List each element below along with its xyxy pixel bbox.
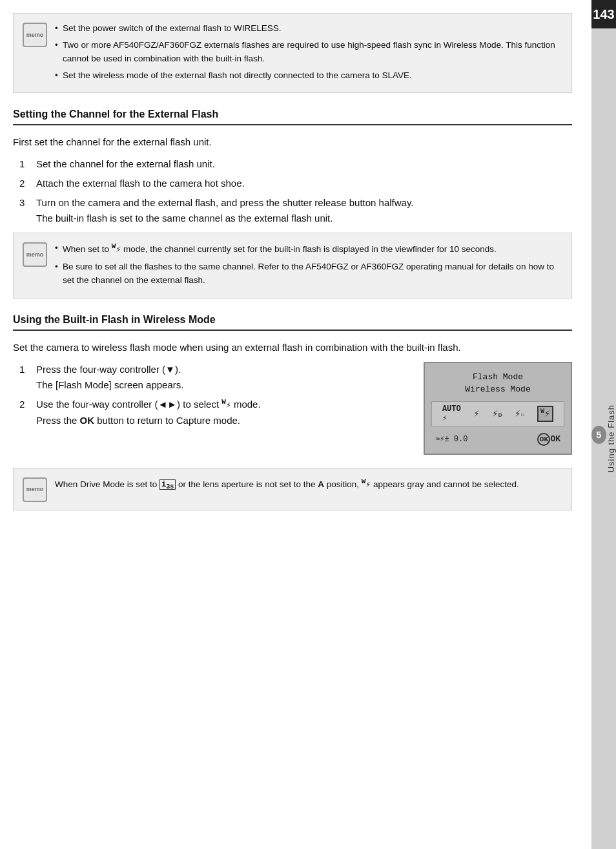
page-container: memo Set the power switch of the externa… (0, 0, 616, 849)
memo-box-3: memo When Drive Mode is set to i3s or th… (13, 468, 572, 510)
step-1-3: 3 Turn on the camera and the external fl… (19, 195, 572, 226)
step-1-2: 2 Attach the external flash to the camer… (19, 176, 572, 191)
memo-text-2: When set to W⚡ mode, the channel current… (55, 241, 562, 289)
memo-text-3: When Drive Mode is set to i3s or the len… (55, 476, 519, 493)
flash-icon-slow: ⚡◎ (492, 408, 502, 420)
memo-bullet-1-3: Set the wireless mode of the external fl… (55, 68, 562, 83)
section1-intro: First set the channel for the external f… (13, 134, 572, 150)
flash-icon-redeye: ⚡○ (515, 408, 524, 420)
ok-circle-icon: OK (537, 433, 550, 446)
memo-icon-3: memo (23, 477, 47, 502)
section1-divider (13, 124, 572, 125)
flash-bottom-value: ≈⚡± 0.0 (435, 434, 467, 444)
flash-icon-normal: ⚡ (474, 408, 480, 420)
side-label-container: 5 Using the Flash (591, 28, 616, 849)
step-2-1: 1 Press the four-way controller (▼). The… (19, 362, 411, 393)
ok-label: OK (80, 415, 95, 426)
flash-icon-wireless: W⚡ (537, 406, 553, 422)
side-label: Using the Flash (606, 404, 616, 472)
memo-box-2: memo When set to W⚡ mode, the channel cu… (13, 233, 572, 298)
chapter-number-circle: 5 (591, 426, 606, 444)
drive-mode-icon: i3s (159, 479, 176, 490)
section2-steps: 1 Press the four-way controller (▼). The… (13, 362, 411, 435)
main-content: memo Set the power switch of the externa… (0, 0, 591, 849)
flash-ok-button: OKOK (537, 433, 560, 446)
step-1-1: 1 Set the channel for the external flash… (19, 156, 572, 172)
memo-icon-1: memo (23, 23, 47, 47)
memo-bullet-2-1: When set to W⚡ mode, the channel current… (55, 241, 562, 257)
w-icon-inline-2: W (221, 398, 226, 406)
page-number: 143 (591, 0, 616, 28)
section2-intro: Set the camera to wireless flash mode wh… (13, 340, 572, 355)
flash-icons-row: AUTO⚡ ⚡ ⚡◎ ⚡○ W⚡ (431, 401, 564, 426)
flash-screen-container: Flash Mode Wireless Mode AUTO⚡ ⚡ ⚡◎ ⚡○ W… (424, 362, 572, 455)
aperture-a-label: A (318, 479, 324, 488)
section2-two-col: 1 Press the four-way controller (▼). The… (13, 362, 572, 455)
flash-bottom-row: ≈⚡± 0.0 OKOK (431, 432, 564, 447)
section1-steps: 1 Set the channel for the external flash… (19, 156, 572, 226)
side-tab: 143 5 Using the Flash (591, 0, 616, 849)
memo-icon-2: memo (23, 242, 47, 267)
step-2-2: 2 Use the four-way controller (◄►) to se… (19, 397, 411, 428)
memo-box-1: memo Set the power switch of the externa… (13, 13, 572, 93)
section2-heading: Using the Built-in Flash in Wireless Mod… (13, 314, 572, 326)
flash-icon-auto: AUTO⚡ (442, 404, 461, 423)
memo-bullet-1-1: Set the power switch of the external fla… (55, 21, 562, 36)
memo-text-1: Set the power switch of the external fla… (55, 21, 562, 85)
flash-screen: Flash Mode Wireless Mode AUTO⚡ ⚡ ⚡◎ ⚡○ W… (424, 362, 572, 455)
memo-bullet-2-2: Be sure to set all the flashes to the sa… (55, 260, 562, 288)
flash-screen-title: Flash Mode Wireless Mode (431, 371, 564, 396)
memo-bullet-1-2: Two or more AF540FGZ/AF360FGZ externals … (55, 38, 562, 66)
section1-heading: Setting the Channel for the External Fla… (13, 109, 572, 120)
section2-divider (13, 330, 572, 331)
